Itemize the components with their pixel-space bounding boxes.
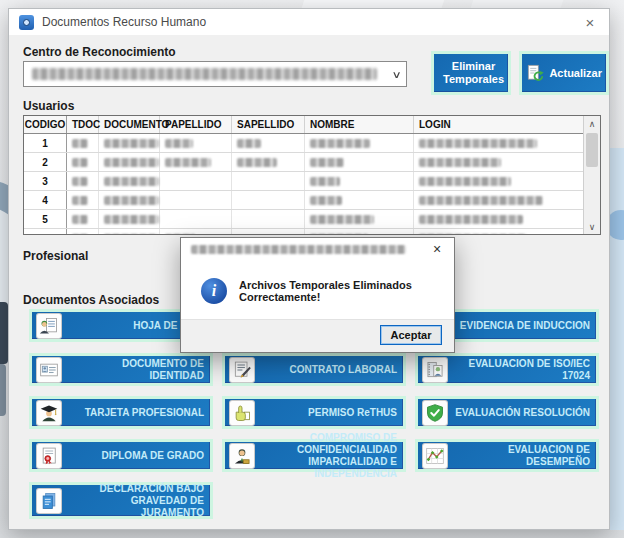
- redacted-cell: [414, 210, 568, 228]
- redacted-cell: [67, 172, 99, 190]
- dialog-close-icon[interactable]: ×: [420, 238, 454, 260]
- evaluacion-desempeno-button[interactable]: EVALUACION DE DESEMPEÑO: [415, 439, 599, 472]
- permiso-rethus-label: PERMISO ReTHUS: [259, 407, 397, 419]
- documents-icon: [36, 488, 62, 514]
- table-row[interactable]: 4: [24, 191, 600, 210]
- redacted-cell: [414, 134, 568, 152]
- redacted-cell: [99, 210, 160, 228]
- redacted-cell: [414, 191, 568, 209]
- redacted-cell: [414, 153, 568, 171]
- redacted-dialog-title: [191, 245, 406, 254]
- documento-de-identidad-button[interactable]: DOCUMENTO DE IDENTIDAD: [29, 353, 213, 386]
- dialog-title-bar: [181, 238, 454, 260]
- documento-de-identidad-label: DOCUMENTO DE IDENTIDAD: [66, 358, 204, 382]
- column-header: CODIGO: [24, 116, 67, 133]
- contrato-laboral-button[interactable]: CONTRATO LABORAL: [222, 353, 406, 386]
- desktop-logo-fragment: [0, 302, 8, 364]
- chevron-down-icon: ∨: [391, 69, 401, 80]
- diploma-de-grado-label: DIPLOMA DE GRADO: [66, 450, 204, 462]
- redacted-combo-value: [32, 68, 377, 80]
- redacted-cell: [67, 229, 99, 235]
- contrato-laboral-label: CONTRATO LABORAL: [259, 364, 397, 376]
- compromiso-confidencialidad-button[interactable]: COMPROMISO DE CONFIDENCIALIDAD IMPARCIAL…: [222, 439, 406, 472]
- redacted-cell: [67, 153, 99, 171]
- evaluacion-resolucion-button[interactable]: EVALUACIÓN RESOLUCIÓN: [415, 396, 599, 429]
- dialog-body: i Archivos Temporales Eliminados Correct…: [181, 260, 454, 321]
- evaluacion-iso-button[interactable]: EVALUACION DE ISO/IEC 17024: [415, 353, 599, 386]
- actualizar-button[interactable]: Actualizar: [519, 51, 609, 95]
- dialog-footer: Aceptar: [181, 319, 454, 352]
- actualizar-label: Actualizar: [549, 67, 602, 80]
- users-table-body: 123456: [24, 134, 600, 235]
- evaluacion-resolucion-label: EVALUACIÓN RESOLUCIÓN: [452, 407, 590, 419]
- table-row[interactable]: 1: [24, 134, 600, 153]
- redacted-cell: [99, 172, 160, 190]
- diploma-de-grado-button[interactable]: DIPLOMA DE GRADO: [29, 439, 213, 472]
- app-icon: [19, 15, 34, 30]
- redacted-cell: [305, 153, 414, 171]
- window-title: Documentos Recurso Humano: [42, 15, 206, 29]
- redacted-cell: [67, 210, 99, 228]
- redacted-cell: [160, 210, 232, 228]
- desktop: Documentos Recurso Humano × Centro de Re…: [0, 0, 624, 538]
- redacted-cell: [414, 172, 568, 190]
- centro-reconocimiento-label: Centro de Reconocimiento: [23, 45, 176, 59]
- codigo-cell: 4: [24, 191, 67, 209]
- scroll-down-icon[interactable]: ∨: [584, 219, 600, 234]
- tarjeta-profesional-label: TARJETA PROFESIONAL: [66, 407, 204, 419]
- scrollbar-thumb[interactable]: [586, 133, 598, 167]
- redacted-cell: [99, 134, 160, 152]
- eliminar-temporales-label: Eliminar Temporales: [443, 60, 504, 85]
- table-row[interactable]: 2: [24, 153, 600, 172]
- tarjeta-profesional-button[interactable]: TARJETA PROFESIONAL: [29, 396, 213, 429]
- evaluacion-desempeno-label: EVALUACION DE DESEMPEÑO: [452, 444, 590, 468]
- table-row[interactable]: 6: [24, 229, 600, 235]
- usuarios-label: Usuarios: [23, 99, 74, 113]
- centro-reconocimiento-select[interactable]: ∨: [23, 61, 407, 87]
- redacted-cell: [160, 134, 232, 152]
- redacted-cell: [232, 191, 305, 209]
- profesional-label: Profesional: [23, 249, 88, 263]
- businessman-icon: [229, 443, 255, 469]
- eliminar-temporales-button[interactable]: Eliminar Temporales: [431, 51, 511, 95]
- redacted-cell: [232, 229, 305, 235]
- redacted-cell: [99, 153, 160, 171]
- declaracion-juramento-button[interactable]: DECLARACIÓN BAJO GRAVEDAD DE JURAMENTO: [29, 482, 213, 519]
- redacted-cell: [305, 172, 414, 190]
- redacted-cell: [67, 191, 99, 209]
- redacted-cell: [232, 172, 305, 190]
- codigo-cell: 3: [24, 172, 67, 190]
- redacted-cell: [232, 153, 305, 171]
- redacted-cell: [414, 229, 568, 235]
- redacted-cell: [232, 134, 305, 152]
- scroll-up-icon[interactable]: ∧: [584, 116, 600, 131]
- title-bar: Documentos Recurso Humano ×: [9, 9, 609, 35]
- column-header: LOGIN: [414, 116, 568, 133]
- codigo-cell: 5: [24, 210, 67, 228]
- redacted-cell: [160, 172, 232, 190]
- permiso-rethus-button[interactable]: PERMISO ReTHUS: [222, 396, 406, 429]
- aceptar-button[interactable]: Aceptar: [380, 325, 442, 345]
- codigo-cell: 1: [24, 134, 67, 152]
- shield-check-icon: [422, 400, 448, 426]
- compromiso-confidencialidad-label: COMPROMISO DE CONFIDENCIALIDAD IMPARCIAL…: [259, 432, 397, 480]
- codigo-cell: 6: [24, 229, 67, 235]
- redacted-cell: [99, 191, 160, 209]
- window-close-icon[interactable]: ×: [571, 9, 609, 35]
- line-chart-icon: [422, 443, 448, 469]
- redacted-cell: [305, 134, 414, 152]
- column-header: PAPELLIDO: [160, 116, 232, 133]
- refresh-page-icon: [526, 61, 544, 85]
- table-scrollbar[interactable]: ∧ ∨: [583, 116, 600, 234]
- evidencia-de-induccion-label: EVIDENCIA DE INDUCCION: [452, 320, 590, 332]
- redacted-cell: [232, 210, 305, 228]
- document-pen-icon: [229, 357, 255, 383]
- table-row[interactable]: 5: [24, 210, 600, 229]
- users-table-header: CODIGO TDOC DOCUMENTO PAPELLIDO SAPELLID…: [24, 116, 600, 134]
- declaracion-juramento-label: DECLARACIÓN BAJO GRAVEDAD DE JURAMENTO: [66, 483, 204, 519]
- redacted-cell: [305, 210, 414, 228]
- codigo-cell: 2: [24, 153, 67, 171]
- diploma-seal-icon: [36, 443, 62, 469]
- table-row[interactable]: 3: [24, 172, 600, 191]
- redacted-cell: [305, 191, 414, 209]
